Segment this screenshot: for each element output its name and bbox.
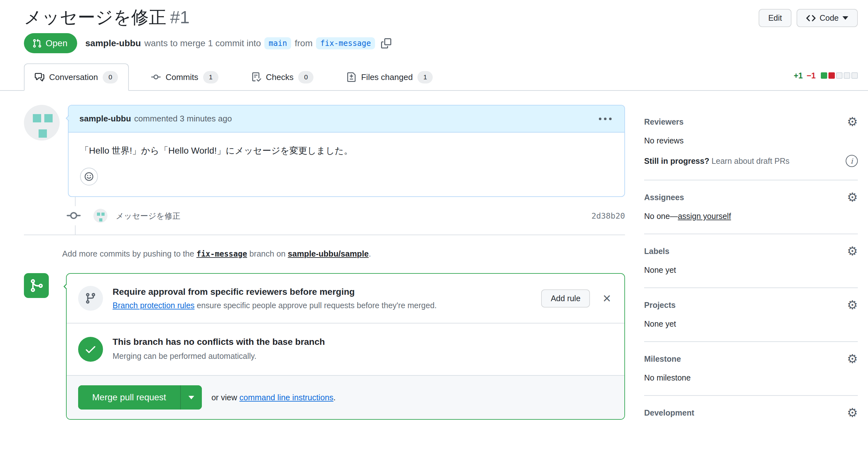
diffstat-block-neutral <box>836 72 842 79</box>
info-icon[interactable]: i <box>846 155 858 167</box>
tab-label: Checks <box>266 72 294 82</box>
hint-text: Add more commits by pushing to the <box>62 249 194 258</box>
conflict-title: This branch has no conflicts with the ba… <box>113 337 325 347</box>
additions-count: +1 <box>794 71 803 80</box>
reviewers-empty-text: No reviews <box>644 136 858 145</box>
mergeability-status: This branch has no conflicts with the ba… <box>67 323 624 375</box>
comment-author[interactable]: sample-ubbu <box>80 114 131 124</box>
gear-icon[interactable]: ⚙ <box>847 245 858 257</box>
copy-branch-button[interactable] <box>381 38 391 49</box>
page-title: メッセージを修正#1 <box>24 7 190 27</box>
gear-icon[interactable]: ⚙ <box>847 299 858 311</box>
repo-link[interactable]: sample-ubbu/sample <box>288 249 369 258</box>
timeline-divider <box>24 234 625 235</box>
sidebar-section-assignees: Assignees ⚙ No one—assign yourself <box>644 191 858 234</box>
tab-label: Commits <box>165 72 198 82</box>
check-icon <box>78 337 103 362</box>
assign-yourself-link[interactable]: assign yourself <box>678 212 731 221</box>
gear-icon[interactable]: ⚙ <box>847 353 858 365</box>
diffstat-block-addition <box>821 72 827 79</box>
command-line-instructions-link[interactable]: command line instructions <box>240 393 334 402</box>
tab-commits[interactable]: Commits 1 <box>140 63 229 91</box>
head-branch-link[interactable]: fix-message <box>196 250 247 258</box>
avatar[interactable] <box>93 209 107 223</box>
merge-box: Require approval from specific reviewers… <box>66 273 625 420</box>
merge-actions: Merge pull request or view command line … <box>67 375 624 419</box>
git-pull-request-icon <box>32 38 42 48</box>
diffstat-block-neutral <box>844 72 850 79</box>
code-button-label: Code <box>819 13 839 23</box>
sidebar-section-reviewers: Reviewers ⚙ No reviews Still in progress… <box>644 116 858 181</box>
identicon <box>97 213 100 216</box>
projects-heading: Projects <box>644 300 676 310</box>
avatar[interactable] <box>24 105 60 140</box>
pull-request-page: メッセージを修正#1 Edit Code Open sa <box>0 0 868 420</box>
comment-body: 「Hello 世界!」から「Hello World!」にメッセージを変更しました… <box>68 133 624 164</box>
tab-checks[interactable]: Checks 0 <box>241 63 324 91</box>
code-button[interactable]: Code <box>797 9 858 27</box>
file-diff-icon <box>347 72 356 82</box>
reviewers-heading: Reviewers <box>644 117 684 127</box>
chevron-down-icon <box>188 396 194 402</box>
git-commit-icon <box>67 206 81 225</box>
head-branch-label[interactable]: fix-message <box>316 37 375 50</box>
git-branch-icon <box>78 286 103 311</box>
commit-sha-link[interactable]: 2d38b20 <box>592 211 625 221</box>
merge-from-text: from <box>294 38 312 49</box>
labels-heading: Labels <box>644 247 669 256</box>
gear-icon[interactable]: ⚙ <box>847 407 858 419</box>
projects-empty-text: None yet <box>644 319 858 329</box>
identicon <box>101 213 104 216</box>
pr-state-badge: Open <box>24 33 77 53</box>
code-icon <box>806 13 816 23</box>
merge-options-dropdown[interactable] <box>181 385 202 410</box>
tab-conversation[interactable]: Conversation 0 <box>24 63 129 91</box>
rule-desc: ensure specific people approve pull requ… <box>197 301 437 310</box>
assignees-heading: Assignees <box>644 193 684 202</box>
gear-icon[interactable]: ⚙ <box>847 191 858 203</box>
gear-icon[interactable]: ⚙ <box>847 116 858 128</box>
sidebar-section-labels: Labels ⚙ None yet <box>644 245 858 288</box>
merge-summary-text: wants to merge 1 commit into <box>145 38 261 49</box>
identicon <box>44 114 53 122</box>
close-icon[interactable]: × <box>601 291 613 305</box>
tab-count: 0 <box>103 71 118 84</box>
copy-icon <box>381 38 391 49</box>
identicon <box>99 218 102 222</box>
merge-summary: sample-ubbu wants to merge 1 commit into… <box>86 37 392 50</box>
chevron-down-icon <box>842 16 848 23</box>
development-heading: Development <box>644 408 694 417</box>
pr-description-comment: sample-ubbu commented 3 minutes ago 「Hel… <box>68 105 625 197</box>
branch-protection-rules-link[interactable]: Branch protection rules <box>113 301 194 310</box>
discussion-timeline: sample-ubbu commented 3 minutes ago 「Hel… <box>24 105 625 420</box>
draft-prs-link[interactable]: Learn about draft PRs <box>711 157 789 165</box>
tab-files-changed[interactable]: Files changed 1 <box>336 63 443 91</box>
add-reaction-button[interactable] <box>80 168 98 186</box>
identicon <box>39 129 47 138</box>
rule-title: Require approval from specific reviewers… <box>113 287 437 297</box>
labels-empty-text: None yet <box>644 265 858 275</box>
deletions-count: −1 <box>806 71 816 80</box>
comment-discussion-icon <box>35 72 44 82</box>
cli-hint: or view command line instructions. <box>211 393 336 402</box>
kebab-icon[interactable] <box>597 116 614 122</box>
merge-pull-request-button[interactable]: Merge pull request <box>78 385 181 410</box>
milestone-empty-text: No milestone <box>644 373 858 382</box>
add-rule-button[interactable]: Add rule <box>541 289 590 308</box>
comment-header: sample-ubbu commented 3 minutes ago <box>68 105 624 133</box>
pr-title-text: メッセージを修正 <box>24 7 166 27</box>
assignees-empty-text: No one— <box>644 212 678 221</box>
pr-header: メッセージを修正#1 Edit Code Open sa <box>0 0 868 53</box>
author-link[interactable]: sample-ubbu <box>86 38 141 49</box>
pr-state-label: Open <box>45 38 68 49</box>
identicon <box>33 114 41 122</box>
pr-tab-nav: Conversation 0 Commits 1 Checks 0 Files … <box>0 63 868 91</box>
pr-number: #1 <box>170 7 189 27</box>
tab-label: Files changed <box>361 72 413 82</box>
commit-message-link[interactable]: メッセージを修正 <box>116 211 181 221</box>
edit-button[interactable]: Edit <box>758 9 792 27</box>
git-merge-icon <box>24 273 49 298</box>
sidebar-section-projects: Projects ⚙ None yet <box>644 299 858 342</box>
base-branch-label[interactable]: main <box>265 37 291 50</box>
pr-sidebar: Reviewers ⚙ No reviews Still in progress… <box>644 105 858 420</box>
